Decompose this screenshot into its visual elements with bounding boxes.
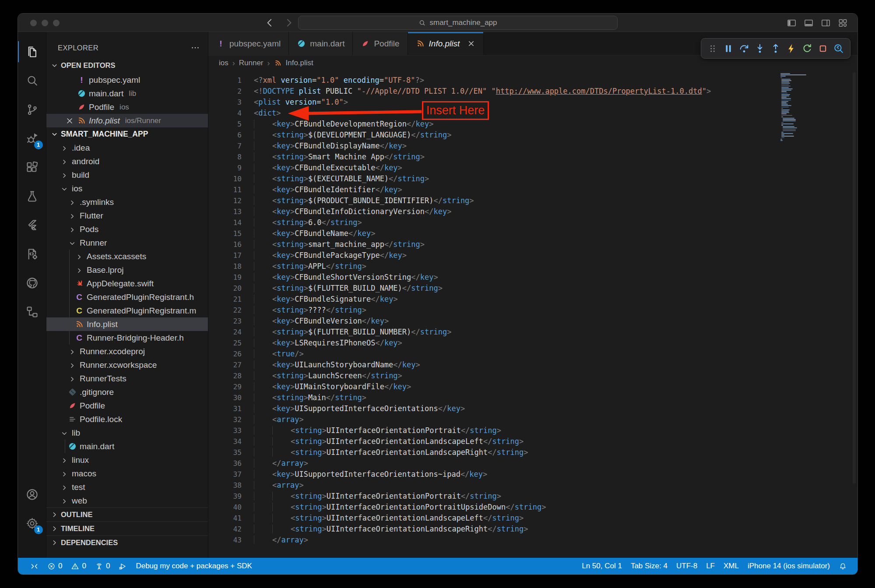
code-line[interactable]: <key>UISupportedInterfaceOrientations~ip… xyxy=(254,469,711,480)
tree-item-Assets.xcassets[interactable]: Assets.xcassets xyxy=(46,250,208,263)
code-line[interactable]: <string>UIInterfaceOrientationLandscapeR… xyxy=(254,524,711,535)
back-button[interactable] xyxy=(264,17,275,28)
breadcrumb-item[interactable]: Runner xyxy=(239,59,264,67)
line-number[interactable]: 11 xyxy=(208,184,242,195)
line-number[interactable]: 41 xyxy=(208,513,242,524)
line-number[interactable]: 15 xyxy=(208,228,242,239)
code-line[interactable]: <string>????</string> xyxy=(254,305,711,316)
line-number[interactable]: 31 xyxy=(208,403,242,414)
line-number[interactable]: 21 xyxy=(208,294,242,305)
debug-stop-button[interactable] xyxy=(815,40,831,57)
code-line[interactable]: <string>UIInterfaceOrientationPortrait</… xyxy=(254,425,711,436)
line-number[interactable]: 12 xyxy=(208,195,242,206)
code-line[interactable]: <key>CFBundleVersion</key> xyxy=(254,316,711,327)
close-icon[interactable] xyxy=(65,116,74,125)
toggle-panel-button[interactable] xyxy=(804,18,814,28)
open-editor-Info.plist[interactable]: Info.plist ios/Runner xyxy=(46,114,208,127)
line-number[interactable]: 9 xyxy=(208,162,242,173)
status-encoding[interactable]: UTF-8 xyxy=(672,558,702,574)
line-number[interactable]: 8 xyxy=(208,151,242,162)
line-number[interactable]: 24 xyxy=(208,327,242,338)
activity-bar-flutter[interactable] xyxy=(18,211,46,239)
tab-main.dart[interactable]: main.dart xyxy=(289,32,353,55)
code-line[interactable]: <key>CFBundleShortVersionString</key> xyxy=(254,272,711,283)
status-eol[interactable]: LF xyxy=(702,558,719,574)
code-line[interactable]: <true/> xyxy=(254,349,711,359)
code-line[interactable]: <string>Main</string> xyxy=(254,392,711,403)
line-number[interactable]: 10 xyxy=(208,173,242,184)
code-line[interactable]: <string>APPL</string> xyxy=(254,261,711,272)
tree-item-Base.lproj[interactable]: Base.lproj xyxy=(46,263,208,277)
tree-item-.idea[interactable]: .idea xyxy=(46,141,208,155)
line-number[interactable]: 36 xyxy=(208,458,242,469)
code-line[interactable]: <string>UIInterfaceOrientationPortrait</… xyxy=(254,491,711,502)
code-line[interactable]: <key>UISupportedInterfaceOrientations</k… xyxy=(254,403,711,414)
section-outline[interactable]: OUTLINE xyxy=(46,507,208,521)
tree-item-Runner[interactable]: Runner xyxy=(46,236,208,250)
line-number[interactable]: 13 xyxy=(208,206,242,217)
tree-item-.gitignore[interactable]: .gitignore xyxy=(46,385,208,399)
open-editor-main.dart[interactable]: main.dart lib xyxy=(46,87,208,100)
tab-pubspec.yaml[interactable]: !pubspec.yaml xyxy=(208,32,289,55)
line-number[interactable]: 22 xyxy=(208,305,242,316)
editor-scrollbar[interactable] xyxy=(853,72,856,484)
debug-restart-button[interactable] xyxy=(799,40,815,57)
tab-Podfile[interactable]: Podfile xyxy=(353,32,408,55)
activity-bar-run-and-debug[interactable]: 1 xyxy=(18,124,46,153)
debug-pause-button[interactable] xyxy=(720,40,736,57)
tree-item-Pods[interactable]: Pods xyxy=(46,222,208,236)
line-number[interactable]: 20 xyxy=(208,283,242,294)
status-notifications[interactable] xyxy=(834,558,851,574)
activity-bar-settings[interactable]: 1 xyxy=(18,509,46,538)
code-line[interactable]: <string>$(EXECUTABLE_NAME)</string> xyxy=(254,173,711,184)
code-line[interactable]: <string>$(FLUTTER_BUILD_NUMBER)</string> xyxy=(254,327,711,338)
activity-bar-testing[interactable] xyxy=(18,182,46,211)
tree-item-GeneratedPluginRegistrant.m[interactable]: CGeneratedPluginRegistrant.m xyxy=(46,304,208,317)
status-debug-config[interactable]: Debug my code + packages + SDK xyxy=(131,558,257,574)
section-dependencies[interactable]: DEPENDENCIES xyxy=(46,535,208,549)
code-line[interactable]: <array> xyxy=(254,414,711,425)
status-errors[interactable]: 0 xyxy=(43,558,67,574)
line-number[interactable]: 38 xyxy=(208,480,242,491)
line-number[interactable]: 5 xyxy=(208,119,242,130)
activity-bar-references[interactable] xyxy=(18,297,46,326)
code-line[interactable]: <?xml version="1.0" encoding="UTF-8"?> xyxy=(254,75,711,86)
code-line[interactable]: <key>CFBundleName</key> xyxy=(254,228,711,239)
status-device[interactable]: iPhone 14 (ios simulator) xyxy=(743,558,834,574)
tree-item-web[interactable]: web xyxy=(46,494,208,507)
line-number[interactable]: 16 xyxy=(208,239,242,250)
line-number[interactable]: 3 xyxy=(208,97,242,108)
activity-bar-github[interactable] xyxy=(18,268,46,297)
breadcrumb-item[interactable]: ios xyxy=(219,59,228,67)
tree-item-Runner-Bridging-Header.h[interactable]: CRunner-Bridging-Header.h xyxy=(46,331,208,345)
tree-item-RunnerTests[interactable]: RunnerTests xyxy=(46,372,208,385)
status-remote[interactable] xyxy=(26,558,43,574)
tree-item-Info.plist[interactable]: Info.plist xyxy=(46,317,208,331)
code-line[interactable]: <key>CFBundleDisplayName</key> xyxy=(254,141,711,151)
line-number[interactable]: 35 xyxy=(208,447,242,458)
line-number[interactable]: 7 xyxy=(208,141,242,151)
line-number[interactable]: 26 xyxy=(208,349,242,359)
debug-step-into-button[interactable] xyxy=(752,40,768,57)
code-line[interactable]: <string>$(DEVELOPMENT_LANGUAGE)</string> xyxy=(254,130,711,141)
code-line[interactable]: <string>LaunchScreen</string> xyxy=(254,370,711,381)
zoom-button[interactable] xyxy=(53,20,60,26)
line-number[interactable]: 33 xyxy=(208,425,242,436)
code-line[interactable]: <key>CFBundleInfoDictionaryVersion</key> xyxy=(254,206,711,217)
code-line[interactable]: </array> xyxy=(254,458,711,469)
debug-step-over-button[interactable] xyxy=(736,40,752,57)
tree-item-linux[interactable]: linux xyxy=(46,453,208,467)
code-line[interactable]: <key>CFBundleIdentifier</key> xyxy=(254,184,711,195)
status-warnings[interactable]: 0 xyxy=(67,558,90,574)
debug-drag-grip-button[interactable] xyxy=(705,40,720,57)
status-cursor-position[interactable]: Ln 50, Col 1 xyxy=(577,558,626,574)
tree-item-Runner.xcworkspace[interactable]: Runner.xcworkspace xyxy=(46,358,208,372)
toggle-primary-sidebar-button[interactable] xyxy=(787,18,797,28)
code-line[interactable]: <string>UIInterfaceOrientationPortraitUp… xyxy=(254,502,711,513)
line-number[interactable]: 18 xyxy=(208,261,242,272)
code-line[interactable]: <string>6.0</string> xyxy=(254,217,711,228)
status-debug-session[interactable] xyxy=(114,558,131,574)
activity-bar-accounts[interactable] xyxy=(18,480,46,509)
code-line[interactable]: <key>UIMainStoryboardFile</key> xyxy=(254,381,711,392)
tree-item-lib[interactable]: lib xyxy=(46,426,208,440)
